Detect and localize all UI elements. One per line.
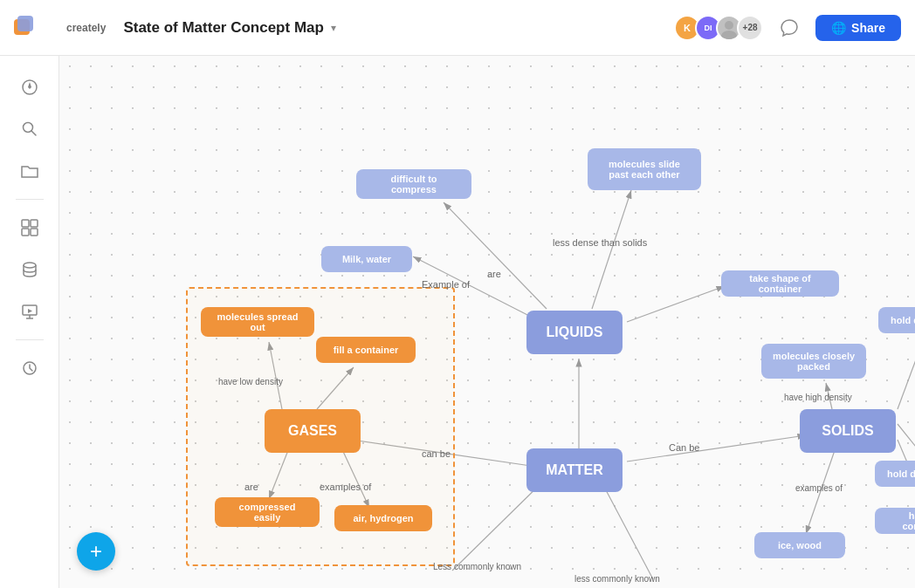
logo (14, 12, 56, 44)
svg-point-12 (24, 263, 36, 268)
title-area: State of Matter Concept Map ▾ (123, 19, 664, 37)
sidebar-icon-search[interactable] (12, 112, 47, 147)
svg-rect-8 (22, 220, 29, 227)
node-gases[interactable]: GASES (265, 409, 361, 453)
share-label: Share (851, 21, 885, 35)
node-milk-water[interactable]: Milk, water (321, 246, 412, 272)
sidebar-icon-components[interactable] (12, 210, 47, 245)
header-right: K DI +28 🌐 Share (674, 12, 901, 44)
svg-point-2 (725, 21, 733, 30)
svg-rect-1 (17, 16, 33, 31)
sidebar-divider-1 (16, 199, 44, 200)
logo-label: creately (66, 22, 106, 34)
sidebar-divider-2 (16, 339, 44, 340)
avatars-group: K DI +28 (674, 15, 763, 41)
svg-rect-10 (22, 229, 29, 236)
node-air-hydrogen[interactable]: air, hydrogen (334, 505, 432, 531)
svg-line-7 (31, 131, 36, 135)
node-liquids[interactable]: LIQUIDS (526, 311, 623, 354)
title-dropdown-icon[interactable]: ▾ (331, 22, 336, 34)
node-hold-shape-1[interactable]: hold down shape (878, 307, 915, 333)
svg-rect-9 (31, 220, 38, 227)
node-difficult-compress[interactable]: difficult to compress (356, 169, 471, 199)
node-ice-wood[interactable]: ice, wood (754, 532, 845, 558)
node-solids[interactable]: SOLIDS (800, 409, 896, 453)
sidebar-icon-compass[interactable] (12, 70, 47, 105)
sidebar-icon-folder[interactable] (12, 154, 47, 188)
sidebar-icon-present[interactable] (12, 294, 47, 329)
main-layout: MATTER LIQUIDS SOLIDS GASES difficult to… (0, 56, 915, 588)
svg-rect-11 (31, 229, 38, 236)
node-molecules-spread[interactable]: molecules spread out (201, 307, 314, 337)
svg-marker-5 (28, 82, 31, 89)
share-button[interactable]: 🌐 Share (815, 15, 901, 41)
fab-add-button[interactable]: + (77, 532, 115, 571)
node-compressed-easily[interactable]: compressed easily (215, 497, 320, 527)
node-hard-compress[interactable]: hard to compress (875, 508, 915, 534)
canvas[interactable]: MATTER LIQUIDS SOLIDS GASES difficult to… (59, 56, 915, 588)
sidebar-icon-history[interactable] (12, 351, 47, 386)
header: creately State of Matter Concept Map ▾ K… (0, 0, 915, 56)
node-fill-container[interactable]: fill a container (316, 337, 416, 363)
document-title[interactable]: State of Matter Concept Map (123, 19, 324, 37)
node-molecules-slide[interactable]: molecules slide past each other (588, 148, 701, 190)
svg-marker-16 (28, 309, 32, 313)
svg-point-3 (721, 31, 737, 39)
comment-button[interactable] (774, 12, 805, 44)
avatar-count: +28 (737, 15, 763, 41)
node-take-shape[interactable]: take shape of container (721, 270, 839, 297)
node-hold-shape-2[interactable]: hold down shape (875, 461, 915, 487)
share-globe-icon: 🌐 (831, 21, 846, 35)
sidebar-icon-database[interactable] (12, 252, 47, 287)
node-molecules-closely[interactable]: molecules closely packed (761, 344, 866, 379)
sidebar (0, 56, 59, 588)
node-matter[interactable]: MATTER (526, 448, 623, 492)
